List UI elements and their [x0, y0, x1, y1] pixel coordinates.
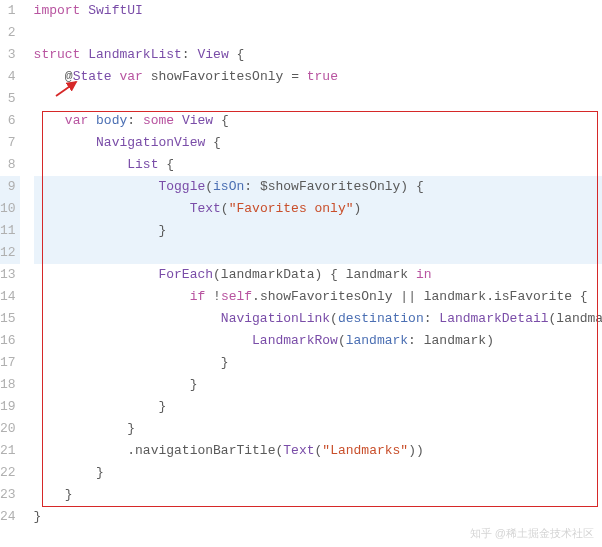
code-line: ForEach(landmarkData) { landmark in — [34, 264, 602, 286]
line-number: 4 — [0, 66, 20, 88]
code-line: List { — [34, 154, 602, 176]
code-line: Toggle(isOn: $showFavoritesOnly) { — [34, 176, 602, 198]
line-number: 9 — [0, 176, 20, 198]
code-line: } — [34, 418, 602, 440]
code-line — [34, 242, 602, 264]
code-line: struct LandmarkList: View { — [34, 44, 602, 66]
line-number: 11 — [0, 220, 20, 242]
line-number: 18 — [0, 374, 20, 396]
code-line: } — [34, 484, 602, 506]
line-number: 16 — [0, 330, 20, 352]
code-content[interactable]: import SwiftUI struct LandmarkList: View… — [30, 0, 602, 547]
line-number-gutter: 1 2 3 4 5 6 7 8 9 10 11 12 13 14 15 16 1… — [0, 0, 30, 547]
line-number: 6 — [0, 110, 20, 132]
code-line: Text("Favorites only") — [34, 198, 602, 220]
line-number: 13 — [0, 264, 20, 286]
code-line: import SwiftUI — [34, 0, 602, 22]
line-number: 5 — [0, 88, 20, 110]
code-line: LandmarkRow(landmark: landmark) — [34, 330, 602, 352]
code-line: } — [34, 506, 602, 528]
code-line: } — [34, 462, 602, 484]
line-number: 21 — [0, 440, 20, 462]
code-line: @State var showFavoritesOnly = true — [34, 66, 602, 88]
code-line: } — [34, 374, 602, 396]
code-line — [34, 88, 602, 110]
line-number: 3 — [0, 44, 20, 66]
code-line: var body: some View { — [34, 110, 602, 132]
line-number: 15 — [0, 308, 20, 330]
line-number: 22 — [0, 462, 20, 484]
line-number: 10 — [0, 198, 20, 220]
line-number: 19 — [0, 396, 20, 418]
code-line: } — [34, 396, 602, 418]
line-number: 7 — [0, 132, 20, 154]
code-line: } — [34, 220, 602, 242]
line-number: 1 — [0, 0, 20, 22]
code-line: .navigationBarTitle(Text("Landmarks")) — [34, 440, 602, 462]
code-line: NavigationLink(destination: LandmarkDeta… — [34, 308, 602, 330]
line-number: 17 — [0, 352, 20, 374]
line-number: 24 — [0, 506, 20, 528]
code-line: NavigationView { — [34, 132, 602, 154]
line-number: 23 — [0, 484, 20, 506]
line-number: 20 — [0, 418, 20, 440]
line-number: 8 — [0, 154, 20, 176]
code-editor: 1 2 3 4 5 6 7 8 9 10 11 12 13 14 15 16 1… — [0, 0, 602, 547]
code-line: if !self.showFavoritesOnly || landmark.i… — [34, 286, 602, 308]
line-number: 14 — [0, 286, 20, 308]
line-number: 2 — [0, 22, 20, 44]
line-number: 12 — [0, 242, 20, 264]
code-line — [34, 22, 602, 44]
code-line: } — [34, 352, 602, 374]
